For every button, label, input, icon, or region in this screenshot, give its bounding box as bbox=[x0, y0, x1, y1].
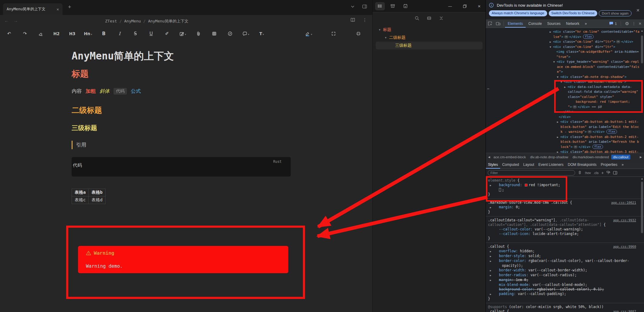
dom-tree-line[interactable]: callout-fold data-callout="warning" bbox=[486, 89, 644, 95]
outline-item[interactable]: ▼标题 bbox=[376, 26, 483, 34]
dom-tree-line[interactable]: class="callout" style=" bbox=[486, 95, 644, 100]
dom-breadcrumb-item[interactable]: div.ab-note.drop-shadow bbox=[528, 155, 570, 159]
document-title[interactable]: AnyMenu简单的上下文 bbox=[72, 39, 291, 63]
document-tab[interactable]: AnyMenu简单的上下文 ✕ bbox=[3, 3, 63, 15]
dom-tree-line[interactable]: </div> bbox=[486, 115, 644, 120]
sidebar-tab-daily-note[interactable] bbox=[401, 2, 410, 10]
expand-triangle-icon[interactable]: ▶ bbox=[496, 292, 499, 297]
scroll-up-icon[interactable]: ▲ bbox=[641, 29, 643, 32]
pseudo-state-button[interactable]: :hov bbox=[585, 171, 591, 175]
flex-badge[interactable]: flex bbox=[583, 35, 594, 39]
table-cell[interactable]: 表格c bbox=[72, 196, 89, 204]
expand-triangle-icon[interactable]: ▶ bbox=[496, 183, 499, 188]
stylesheet-link[interactable]: app.css:9960 bbox=[613, 244, 636, 249]
inline-plain[interactable]: 内容 bbox=[72, 88, 82, 95]
paragraph[interactable]: 内容加粗斜体代码公式 bbox=[72, 88, 291, 95]
color-marker-button[interactable]: ▾ bbox=[301, 31, 317, 36]
heading-3-button[interactable]: H3 bbox=[64, 31, 80, 36]
inline-math[interactable]: 公式 bbox=[131, 88, 141, 95]
expand-triangle-icon[interactable]: ▶ bbox=[496, 254, 499, 259]
styles-tab-dom-breakpoints[interactable]: DOM Breakpoints bbox=[566, 161, 599, 169]
notification-button[interactable]: Always match Chrome's language bbox=[489, 10, 547, 16]
highlight-button[interactable]: ✐ bbox=[159, 31, 175, 36]
style-property-editing[interactable]: ; bbox=[488, 188, 636, 192]
breadcrumb-segment[interactable]: ZTest bbox=[105, 19, 117, 23]
stylesheet-link[interactable]: app.css:9887 bbox=[613, 309, 636, 312]
dom-scrollbar[interactable]: ▲ bbox=[640, 29, 644, 153]
styles-more-tabs-button[interactable]: » bbox=[619, 161, 626, 169]
comment-button[interactable]: ▾ bbox=[238, 31, 254, 36]
dom-tree-line[interactable]: "true"> bbox=[486, 55, 644, 60]
notification-close-icon[interactable]: ✕ bbox=[636, 8, 640, 13]
sidebar-toggle-icon[interactable] bbox=[613, 171, 617, 175]
attachment-button[interactable] bbox=[191, 31, 206, 36]
dom-tree-line[interactable]: k - warning">⋯</div>flex bbox=[486, 129, 644, 135]
dom-tree-line[interactable]: ▼<div class="markdown-rendered"> bbox=[486, 79, 644, 85]
search-icon[interactable] bbox=[415, 16, 419, 21]
expand-triangle-icon[interactable]: ▶ bbox=[496, 259, 499, 263]
inline-bold[interactable]: 加粗 bbox=[86, 88, 96, 95]
styles-scrollbar[interactable]: ▲ bbox=[640, 177, 644, 312]
minimize-button[interactable]: — bbox=[448, 4, 452, 8]
css-rule[interactable]: @supports (color: color-mix(in srgb, whi… bbox=[486, 303, 644, 312]
dom-tree-line[interactable]: ">⋯</div> == $0 bbox=[486, 105, 644, 110]
devtools-menu-icon[interactable]: ⋮ bbox=[632, 21, 636, 26]
element-style-rule[interactable]: element.style { ▶background: red !import… bbox=[486, 177, 644, 199]
style-property[interactable]: ▶border-color: rgba(var(--callout-color)… bbox=[488, 259, 636, 268]
style-property[interactable]: ▶border-width: var(--callout-border-widt… bbox=[488, 268, 636, 273]
scroll-up-icon[interactable]: ▲ bbox=[641, 177, 643, 180]
collapsed-content-icon[interactable]: ⋯ bbox=[616, 40, 620, 43]
cascade-layers-icon[interactable] bbox=[578, 171, 582, 175]
code-language-label[interactable]: Rust bbox=[273, 159, 282, 164]
dom-tree-line[interactable]: ▶<div class="ab-button ab-button-2 edit- bbox=[486, 135, 644, 140]
notification-button[interactable]: Don't show again bbox=[599, 10, 632, 16]
table-header-cell[interactable]: 表格a bbox=[72, 189, 89, 196]
sidebar-tab-outline-list[interactable] bbox=[375, 2, 385, 10]
collapse-all-icon[interactable] bbox=[439, 16, 444, 21]
style-property[interactable]: ▶margin: 1em 0; bbox=[488, 278, 636, 283]
dom-tree-line[interactable]: e"> bbox=[486, 69, 644, 75]
breadcrumb[interactable]: ZTest/AnyMenu/AnyMenu简单的上下文 bbox=[0, 18, 293, 24]
dom-tree-line[interactable]: block-button" aria-label="Refresh the b bbox=[486, 139, 644, 145]
text-style-button[interactable]: T▾ bbox=[254, 31, 269, 36]
bold-button[interactable]: B bbox=[96, 31, 112, 36]
dom-breadcrumb-item[interactable]: div.markdown-rendered bbox=[571, 155, 611, 159]
reading-view-icon[interactable] bbox=[350, 18, 355, 22]
insert-table-button[interactable] bbox=[206, 31, 222, 36]
dom-tree-line[interactable]: ▶<div class="cm-line" dir="ltr">⋯</div> bbox=[486, 39, 644, 45]
toggle-right-sidebar-icon[interactable] bbox=[362, 5, 367, 8]
dom-tree-line[interactable]: ▶<div data-callout-metadata data- bbox=[486, 85, 644, 90]
redo-button[interactable]: ↷ bbox=[17, 31, 33, 36]
style-property[interactable]: ▶overflow: hidden; bbox=[488, 249, 636, 254]
styles-tab-styles[interactable]: Styles bbox=[486, 161, 500, 169]
devtools-tab-elements[interactable]: Elements bbox=[505, 19, 526, 28]
warning-callout[interactable]: Warning Warning demo. bbox=[78, 246, 288, 273]
chevron-down-icon[interactable]: ▼ bbox=[384, 36, 388, 39]
styles-filter-input[interactable] bbox=[488, 170, 575, 176]
breadcrumb-segment[interactable]: AnyMenu简单的上下文 bbox=[148, 19, 188, 23]
expand-triangle-icon[interactable]: ▶ bbox=[496, 205, 499, 210]
device-toolbar-icon[interactable] bbox=[494, 22, 502, 26]
dom-tree-line[interactable]: ▶<div class="ab-button ab-button-3 edit- bbox=[486, 149, 644, 153]
dom-tree-line[interactable]: background: red !important; bbox=[486, 99, 644, 105]
dom-tree-line[interactable]: ace cm-embed-block" contenteditable="fal… bbox=[486, 65, 644, 70]
styles-tab-properties[interactable]: Properties bbox=[599, 161, 620, 169]
styles-tab-event-listeners[interactable]: Event Listeners bbox=[536, 161, 566, 169]
collapsed-content-icon[interactable]: ⋯ bbox=[588, 130, 591, 133]
sidebar-tab-archive[interactable] bbox=[388, 2, 398, 10]
code-block[interactable]: 代码 Rust bbox=[72, 157, 291, 176]
computed-panel-icon[interactable] bbox=[606, 171, 610, 175]
strikethrough-button[interactable]: S bbox=[127, 31, 143, 36]
devtools-close-icon[interactable]: ✕ bbox=[639, 22, 642, 26]
tab-close-icon[interactable]: ✕ bbox=[56, 7, 59, 12]
css-rule[interactable]: .callout {app.css:9960▶overflow: hidden;… bbox=[486, 243, 644, 303]
devtools-tab-sources[interactable]: Sources bbox=[544, 19, 563, 28]
dom-breadcrumb-item[interactable]: div.callout bbox=[611, 155, 630, 159]
tab-list-chevron-icon[interactable] bbox=[351, 5, 354, 8]
expand-all-icon[interactable] bbox=[427, 16, 432, 21]
style-property[interactable]: background-color: rgba(var(--callout-col… bbox=[488, 287, 636, 292]
markdown-table[interactable]: 表格a表格b表格c表格d bbox=[72, 189, 106, 204]
breadcrumb-segment[interactable]: AnyMenu bbox=[124, 19, 141, 23]
stylesheet-link[interactable]: app.css:10021 bbox=[611, 200, 636, 205]
new-style-rule-button[interactable]: + bbox=[601, 170, 604, 175]
